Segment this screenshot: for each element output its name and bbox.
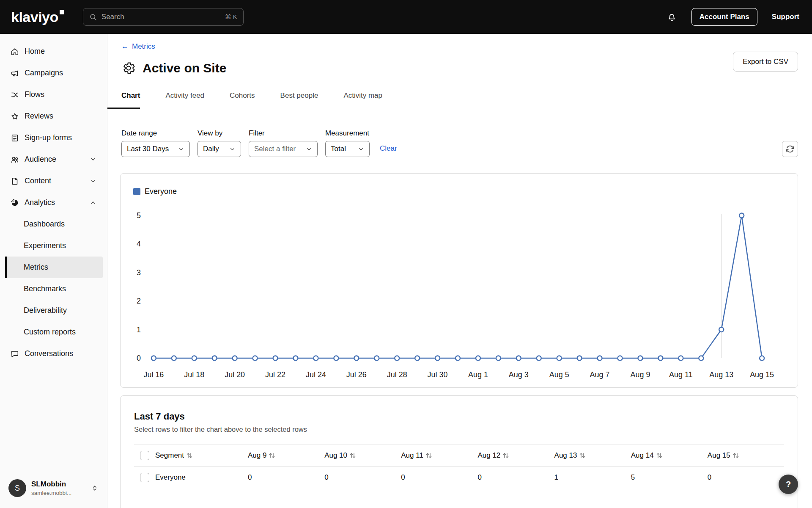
refresh-button[interactable]	[782, 141, 798, 157]
sidebar-item-custom-reports[interactable]: Custom reports	[0, 321, 107, 343]
row-checkbox[interactable]	[140, 473, 149, 482]
export-csv-button[interactable]: Export to CSV	[733, 52, 798, 72]
sidebar-item-benchmarks[interactable]: Benchmarks	[0, 278, 107, 300]
data-point[interactable]	[557, 356, 562, 361]
refresh-icon	[786, 145, 794, 153]
data-point[interactable]	[334, 356, 338, 361]
sidebar: Home Campaigns Flows Reviews Sign-up for…	[0, 34, 107, 508]
sidebar-item-flows[interactable]: Flows	[0, 84, 107, 105]
tab-best-people[interactable]: Best people	[280, 91, 318, 109]
data-point[interactable]	[415, 356, 420, 361]
data-point[interactable]	[638, 356, 642, 361]
tab-chart[interactable]: Chart	[107, 91, 140, 109]
select-all-checkbox[interactable]	[140, 451, 149, 460]
svg-text:Aug 9: Aug 9	[630, 370, 650, 379]
data-point[interactable]	[233, 356, 237, 361]
data-point[interactable]	[516, 356, 521, 361]
data-point[interactable]	[192, 356, 197, 361]
expand-collapse-icon	[91, 484, 99, 492]
filter-controls: Date range Last 30 Days View by Daily Fi…	[121, 129, 798, 157]
table-row[interactable]: Everyone 0000150	[134, 467, 784, 489]
breadcrumb-back-link[interactable]: ← Metrics	[121, 42, 155, 51]
cell-value: 0	[324, 473, 401, 482]
chevron-down-icon	[358, 146, 364, 152]
sidebar-item-dashboards[interactable]: Dashboards	[0, 213, 107, 235]
tab-activity-map[interactable]: Activity map	[343, 91, 382, 109]
svg-text:Jul 28: Jul 28	[387, 370, 407, 379]
column-header-aug-14[interactable]: Aug 14	[631, 451, 708, 460]
klaviyo-logo[interactable]: klaviyo	[11, 9, 64, 25]
segment-name: Everyone	[155, 473, 248, 482]
data-point[interactable]	[476, 356, 480, 361]
column-header-aug-9[interactable]: Aug 9	[248, 451, 324, 460]
data-point[interactable]	[577, 356, 582, 361]
sidebar-item-label: Reviews	[25, 112, 53, 121]
sidebar-item-signup-forms[interactable]: Sign-up forms	[0, 127, 107, 149]
data-point[interactable]	[618, 356, 623, 361]
tab-activity-feed[interactable]: Activity feed	[165, 91, 204, 109]
data-point[interactable]	[395, 356, 399, 361]
data-point[interactable]	[151, 356, 156, 361]
data-point[interactable]	[678, 356, 683, 361]
column-header-aug-13[interactable]: Aug 13	[554, 451, 631, 460]
data-point[interactable]	[739, 213, 744, 218]
sidebar-item-campaigns[interactable]: Campaigns	[0, 62, 107, 84]
search-placeholder: Search	[102, 13, 221, 21]
cell-value: 0	[477, 473, 554, 482]
line-chart[interactable]: 012345Jul 16Jul 18Jul 20Jul 22Jul 24Jul …	[121, 174, 798, 387]
date-range-select[interactable]: Last 30 Days	[121, 141, 190, 157]
sidebar-item-metrics[interactable]: Metrics	[5, 257, 103, 278]
account-plans-button[interactable]: Account Plans	[691, 8, 757, 26]
data-point[interactable]	[537, 356, 541, 361]
sidebar-item-label: Deliverability	[24, 306, 67, 315]
column-header-aug-11[interactable]: Aug 11	[401, 451, 477, 460]
column-header-segment[interactable]: Segment	[155, 451, 248, 460]
sidebar-item-conversations[interactable]: Conversations	[0, 343, 107, 364]
data-point[interactable]	[598, 356, 602, 361]
sort-icon	[187, 452, 192, 459]
data-point[interactable]	[658, 356, 663, 361]
sidebar-item-deliverability[interactable]: Deliverability	[0, 300, 107, 321]
sidebar-item-audience[interactable]: Audience	[0, 149, 107, 170]
data-point[interactable]	[760, 356, 764, 361]
column-header-aug-12[interactable]: Aug 12	[477, 451, 554, 460]
sidebar-item-label: Audience	[25, 155, 56, 164]
measurement-select[interactable]: Total	[325, 141, 370, 157]
sidebar-item-reviews[interactable]: Reviews	[0, 105, 107, 127]
sidebar-item-content[interactable]: Content	[0, 170, 107, 192]
data-point[interactable]	[172, 356, 176, 361]
data-point[interactable]	[455, 356, 460, 361]
search-input[interactable]: Search ⌘ K	[83, 8, 244, 26]
sidebar-item-experiments[interactable]: Experiments	[0, 235, 107, 257]
megaphone-icon	[10, 69, 19, 78]
support-link[interactable]: Support	[772, 13, 799, 21]
data-point[interactable]	[212, 356, 217, 361]
sidebar-item-analytics[interactable]: Analytics	[0, 192, 107, 213]
chat-bubble-icon	[10, 349, 19, 359]
data-point[interactable]	[719, 327, 724, 332]
data-point[interactable]	[273, 356, 278, 361]
view-by-select[interactable]: Daily	[198, 141, 241, 157]
data-point[interactable]	[435, 356, 440, 361]
data-point[interactable]	[374, 356, 379, 361]
column-header-aug-15[interactable]: Aug 15	[708, 451, 784, 460]
sidebar-item-label: Experiments	[24, 241, 66, 250]
notifications-bell-icon[interactable]	[667, 12, 677, 22]
cell-value: 5	[631, 473, 708, 482]
data-point[interactable]	[253, 356, 258, 361]
data-point[interactable]	[313, 356, 318, 361]
help-button[interactable]: ?	[779, 475, 798, 494]
column-header-aug-10[interactable]: Aug 10	[324, 451, 401, 460]
clear-filters-link[interactable]: Clear	[380, 144, 397, 153]
data-point[interactable]	[496, 356, 501, 361]
tab-cohorts[interactable]: Cohorts	[230, 91, 255, 109]
data-point[interactable]	[293, 356, 298, 361]
sidebar-item-home[interactable]: Home	[0, 41, 107, 62]
data-point[interactable]	[354, 356, 359, 361]
data-point[interactable]	[699, 356, 703, 361]
people-icon	[10, 155, 19, 164]
filter-select[interactable]: Select a filter	[249, 141, 318, 157]
user-account-menu[interactable]: S SLMobbin samlee.mobbi...	[0, 471, 107, 508]
svg-text:3: 3	[137, 268, 141, 277]
svg-text:Jul 26: Jul 26	[346, 370, 367, 379]
